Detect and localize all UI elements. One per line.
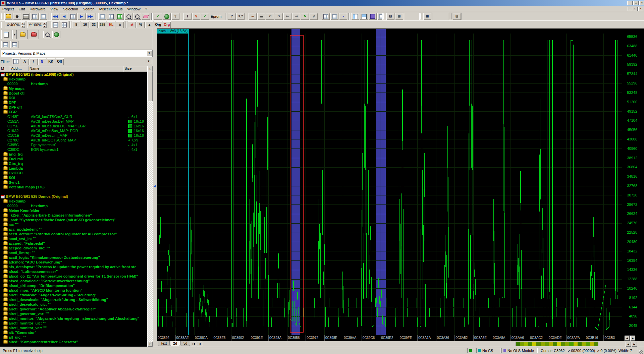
print-button[interactable] [22,13,30,20]
y-zoom-spinner[interactable]: Y:100% ▲ ▼ [27,21,47,28]
tree-row[interactable]: Sync1 [0,180,147,185]
width-32-button[interactable]: 32 [90,21,98,28]
tab-nav-2-icon[interactable]: ◀ [197,342,202,346]
tree-row[interactable]: afscd_co_t1: "Air Temperature component … [0,274,147,279]
view-one-column-button[interactable] [51,21,59,28]
tree-row[interactable]: DPF off [0,105,147,110]
version-list-button[interactable] [69,13,77,20]
tree-row[interactable]: C278CAirCtl_mNQCTSCor2_MAP+6x9 [0,138,147,142]
open-project-button2[interactable] [18,30,28,39]
resize-grip[interactable] [639,350,643,354]
combo-dropdown-icon[interactable]: ▼ [147,51,152,56]
text-mode-button[interactable]: T [183,13,192,20]
sync-windows-button[interactable] [360,13,368,20]
toolbar-grip[interactable] [420,13,422,19]
tree-row[interactable]: altcd: "Komponententreiber Generator" [0,340,147,344]
tree-row[interactable]: Fuel rail [0,157,147,161]
block-select-button[interactable] [369,13,377,20]
tree-row[interactable]: Hexdump [0,77,147,81]
tree-row[interactable]: BMW E60/E61 525 Damos (Original) [0,194,147,199]
tree-row[interactable]: alt: "Generator" [0,330,147,335]
first-version-button[interactable]: ◀◀ [51,13,59,20]
tree-row[interactable]: Lambda [0,166,147,171]
column-header-sort[interactable] [5,66,10,71]
filter-fn-button[interactable]: ƒ [30,58,38,65]
view-two-column-button[interactable] [60,21,68,28]
toolbar-grip-2[interactable] [1,22,3,28]
tree-row[interactable]: afs_detafspwr: "Process to update the po… [0,264,147,269]
tree-row[interactable]: BMW E60/E61 (Interista1908) (Original) [0,72,147,77]
splitter-collapse-icon[interactable]: ◀ [153,184,156,188]
tree-row[interactable]: DPF [0,100,147,105]
tree-row[interactable]: accped: "Fahrpedal" [0,241,147,246]
toolbar-grip[interactable] [383,13,385,19]
y-zoom-up-icon[interactable]: ▲ [43,22,46,25]
menu-window[interactable]: Window [125,7,143,11]
width-8-button[interactable]: 8 [72,21,80,28]
tree-row[interactable]: airctl_desvalcalc: "Abgasrьckfьhrung - S… [0,297,147,302]
tree-row[interactable]: afscd: "Luftmassenmesser" [0,269,147,274]
tree-row[interactable]: accped_drvdem_uic: "" [0,246,147,250]
prev-version-button[interactable]: ◀ [60,13,68,20]
tree-row[interactable]: C39DCEGR hysteresis1-4x1 [0,147,147,152]
copy-map-button[interactable] [1,41,9,48]
toolbar-grip[interactable] [1,13,3,19]
online-update-button[interactable] [163,13,171,20]
map-list-button[interactable] [116,13,124,20]
menu-selection[interactable]: Selection [61,7,80,11]
checksum-button[interactable]: ✓ [154,13,162,20]
y-zoom-down-icon[interactable]: ▼ [43,25,46,28]
glasses-button[interactable]: ∞ [249,13,257,20]
tree-row[interactable]: acctl_limtrq: "" [0,250,147,255]
tree-row[interactable]: DOI [0,96,147,100]
tree-row[interactable]: C151AAirCtl_mDesBasDef_MAP16x16 [0,119,147,124]
filter-columns-button[interactable] [12,58,20,65]
column-header-addr[interactable]: Addr... [10,66,29,71]
hscroll-left-icon[interactable]: ◀ [626,342,631,347]
menu-help[interactable]: ? [143,7,150,11]
filter-kk-button[interactable]: KK [47,58,55,65]
original-both-button[interactable]: Org [163,21,171,28]
sign-button[interactable]: ± [116,21,124,28]
close-button[interactable]: × [639,1,644,5]
tree-row[interactable]: airctl_governor_var: "" [0,311,147,316]
tree-row[interactable]: Potential maps (176) [0,185,147,189]
tree-row[interactable]: OxiCCD [0,171,147,175]
menu-view[interactable]: View [48,7,61,11]
tree-row[interactable]: airctl_monitor_uic: "" [0,321,147,326]
tab-3d[interactable]: 3d [180,341,190,346]
tree-row[interactable]: airctl_monitor: "Abgasrьckfьhrregelung -… [0,316,147,321]
prev-change-button[interactable]: ⇤ [283,13,291,20]
values-255-button[interactable]: 255 [98,21,106,28]
tree-row[interactable]: Gbx_trq [0,161,147,166]
tree-row[interactable]: alt_uic: "" [0,335,147,340]
upload-button[interactable]: ⇧ [171,13,179,20]
minimize-button[interactable]: _ [627,1,633,5]
tree-row[interactable]: C1C1EAirCtl_mDesLim_MAP16x16 [0,133,147,138]
tree-row[interactable]: afscd_corvalcalc: "Korrekturwertberechnu… [0,279,147,283]
scroll-up-icon[interactable]: ▲ [147,66,153,71]
tree-row[interactable]: airctl_ctlvalcalc: "Abgasrьckfьhrung - S… [0,293,147,297]
tree-row[interactable]: EGR [0,110,147,114]
paste-map-button[interactable] [10,41,18,48]
tree-row[interactable]: 00000Hexdump [0,203,147,208]
hexdump-2d-view[interactable] [157,34,622,335]
window-cascade-button[interactable]: ⊞ [423,13,431,20]
column-header-m[interactable]: M [0,66,5,71]
tree-row[interactable]: afscd_drftcomp: "Driftkompensation" [0,283,147,288]
swap-bytes-button[interactable]: ⇄ [128,21,136,28]
toolbar-grip[interactable] [450,13,451,19]
import-damos-button[interactable] [29,30,39,39]
mdi-close-button[interactable]: × [638,7,643,11]
tree-row[interactable]: My maps [0,86,147,91]
edit-pen-button[interactable]: ✎ [301,13,309,20]
zoom-selection-button[interactable] [124,13,132,20]
client-data-button[interactable] [39,13,47,20]
tree-row[interactable]: C19A2AirCtl_mDesBas_MAP: EGR16x16 [0,128,147,133]
hscroll-right-icon[interactable]: ▶ [632,342,637,347]
goto-button[interactable]: ⇗ [310,13,318,20]
tree-row[interactable]: afscd_mon: "AFSCD Monitoring fucntion" [0,288,147,293]
width-16-button[interactable]: 16 [81,21,89,28]
zoom-button[interactable] [133,13,141,20]
open-project-button[interactable] [4,13,12,20]
